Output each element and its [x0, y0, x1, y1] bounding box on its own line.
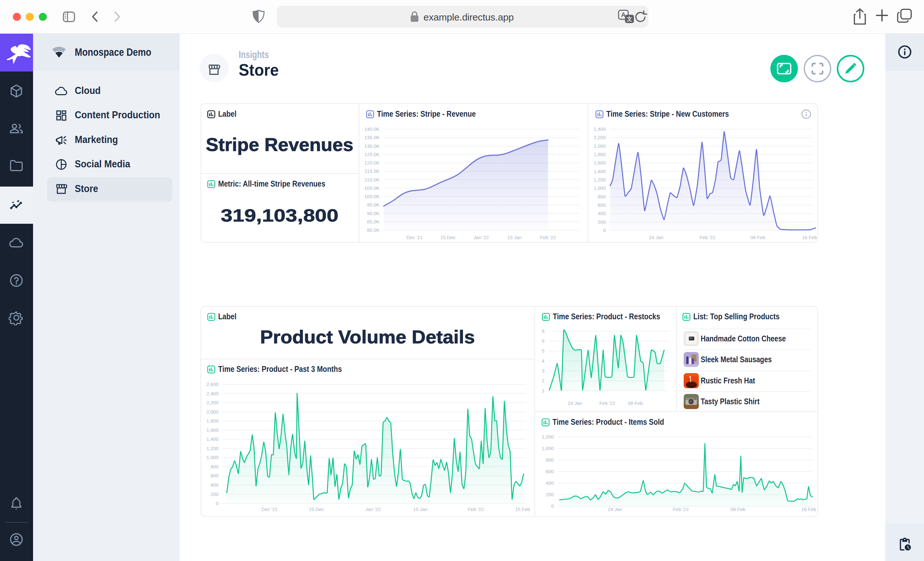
svg-text:4: 4	[542, 358, 544, 364]
svg-text:800: 800	[210, 464, 219, 469]
svg-text:400: 400	[210, 482, 219, 488]
svg-text:200: 200	[210, 491, 219, 497]
svg-text:2,200: 2,200	[206, 400, 219, 405]
svg-text:400: 400	[598, 211, 606, 216]
svg-text:400: 400	[546, 480, 554, 486]
svg-text:1,000: 1,000	[594, 185, 606, 191]
svg-text:1,800: 1,800	[594, 152, 606, 157]
svg-text:Dec '21: Dec '21	[261, 507, 278, 512]
svg-text:5: 5	[542, 348, 544, 354]
svg-text:2,200: 2,200	[594, 135, 606, 140]
svg-text:95.0K: 95.0K	[367, 202, 380, 207]
svg-text:800: 800	[598, 194, 606, 199]
svg-text:1,600: 1,600	[594, 160, 606, 165]
svg-text:600: 600	[546, 469, 554, 474]
svg-text:2,000: 2,000	[206, 409, 219, 414]
svg-text:120.0K: 120.0K	[364, 160, 380, 165]
svg-text:1: 1	[542, 388, 544, 393]
svg-text:15 Dec: 15 Dec	[440, 235, 456, 240]
svg-text:3: 3	[542, 368, 544, 374]
svg-text:5: 5	[542, 338, 544, 344]
svg-text:0: 0	[603, 227, 606, 233]
svg-text:Feb '22: Feb '22	[468, 507, 484, 512]
svg-text:Dec '21: Dec '21	[406, 235, 423, 240]
svg-text:24 Jan: 24 Jan	[567, 400, 582, 406]
svg-text:2,000: 2,000	[594, 143, 606, 149]
svg-text:2,600: 2,600	[206, 381, 219, 387]
svg-text:15 Jan: 15 Jan	[507, 235, 522, 240]
svg-text:100.0K: 100.0K	[364, 194, 380, 199]
svg-text:2,400: 2,400	[594, 126, 606, 132]
svg-text:0: 0	[551, 503, 554, 509]
svg-text:1,200: 1,200	[206, 446, 219, 451]
svg-text:24 Jan: 24 Jan	[649, 235, 663, 240]
svg-text:600: 600	[210, 473, 219, 478]
svg-text:140.0K: 140.0K	[364, 126, 380, 132]
svg-text:16 Feb: 16 Feb	[802, 235, 817, 240]
svg-text:80.0K: 80.0K	[367, 227, 380, 233]
svg-text:15 Jan: 15 Jan	[413, 507, 428, 512]
svg-text:Feb '22: Feb '22	[540, 235, 556, 240]
svg-text:200: 200	[598, 219, 606, 225]
svg-text:08 Feb: 08 Feb	[750, 235, 765, 240]
svg-text:Jan '22: Jan '22	[474, 235, 489, 240]
svg-text:1,400: 1,400	[206, 436, 219, 442]
svg-text:130.0K: 130.0K	[364, 143, 380, 149]
svg-text:24 Jan: 24 Jan	[608, 507, 622, 512]
svg-text:0: 0	[216, 500, 219, 506]
svg-text:2: 2	[542, 378, 544, 383]
svg-text:1,800: 1,800	[206, 418, 219, 423]
svg-text:85.0K: 85.0K	[367, 219, 380, 224]
svg-text:08 Feb: 08 Feb	[730, 507, 746, 512]
svg-text:15 Feb: 15 Feb	[515, 507, 530, 512]
svg-text:文: 文	[627, 16, 632, 22]
svg-text:600: 600	[598, 202, 606, 208]
svg-text:135.0K: 135.0K	[364, 135, 380, 140]
svg-text:1,200: 1,200	[542, 434, 554, 440]
svg-text:Feb '22: Feb '22	[599, 400, 615, 406]
svg-text:200: 200	[546, 492, 554, 497]
svg-text:110.0K: 110.0K	[365, 177, 380, 183]
svg-text:Jan '22: Jan '22	[365, 507, 381, 512]
svg-text:125.0K: 125.0K	[364, 152, 380, 157]
svg-text:1,400: 1,400	[594, 169, 606, 174]
svg-text:15 Dec: 15 Dec	[309, 507, 324, 512]
svg-text:1,000: 1,000	[542, 446, 554, 451]
svg-text:Feb '22: Feb '22	[673, 507, 689, 512]
svg-text:800: 800	[546, 457, 554, 462]
svg-text:2,400: 2,400	[206, 391, 219, 396]
svg-text:90.0K: 90.0K	[367, 211, 380, 216]
svg-text:105.0K: 105.0K	[364, 185, 380, 191]
svg-text:Feb '22: Feb '22	[699, 235, 716, 240]
svg-text:1,000: 1,000	[206, 455, 219, 460]
svg-text:1,200: 1,200	[594, 177, 606, 183]
svg-text:16 Feb: 16 Feb	[801, 507, 816, 512]
svg-text:115.0K: 115.0K	[365, 168, 380, 174]
svg-text:08 Feb: 08 Feb	[628, 400, 643, 406]
svg-text:1,600: 1,600	[206, 427, 219, 433]
svg-text:6: 6	[542, 328, 544, 334]
